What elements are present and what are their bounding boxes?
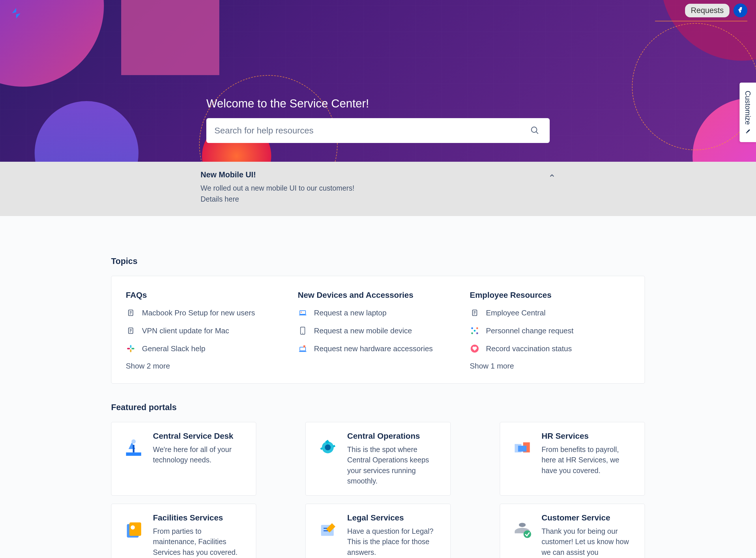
portal-desc: From benefits to payroll, here at HR Ser… xyxy=(542,444,634,476)
topic-item[interactable]: General Slack help xyxy=(126,344,286,354)
portals-grid: Central Service Desk We're here for all … xyxy=(111,422,645,558)
topic-item[interactable]: Record vaccination status xyxy=(470,344,630,354)
portal-desc: Thank you for being our customer! Let us… xyxy=(542,526,634,557)
topic-column-title: New Devices and Accessories xyxy=(298,290,458,300)
svg-rect-10 xyxy=(130,345,132,348)
svg-rect-11 xyxy=(132,348,134,350)
top-bar: Requests xyxy=(685,3,747,17)
document-icon xyxy=(126,326,136,336)
heart-icon xyxy=(470,344,480,354)
topic-item[interactable]: Request a new mobile device xyxy=(298,326,458,336)
user-avatar[interactable] xyxy=(733,3,747,17)
legal-icon xyxy=(316,517,340,541)
chevron-up-icon xyxy=(548,172,556,179)
portal-title: HR Services xyxy=(542,431,634,441)
search-input[interactable] xyxy=(214,126,528,135)
customize-label: Customize xyxy=(744,91,752,125)
svg-point-26 xyxy=(471,327,473,329)
customer-icon xyxy=(510,517,534,541)
topic-item[interactable]: Personnel change request xyxy=(470,326,630,336)
topic-column-faqs: FAQs Macbook Pro Setup for new users VPN… xyxy=(126,290,286,371)
svg-point-0 xyxy=(532,127,537,132)
announcement-details-link[interactable]: Details here xyxy=(200,194,556,205)
customize-tab[interactable]: Customize xyxy=(739,83,756,142)
topic-column-title: Employee Resources xyxy=(470,290,630,300)
facilities-icon xyxy=(122,517,145,541)
portal-title: Central Operations xyxy=(347,431,440,441)
svg-rect-13 xyxy=(127,348,130,350)
topic-label: Employee Central xyxy=(486,308,546,318)
svg-rect-14 xyxy=(300,311,305,314)
pencil-icon xyxy=(745,129,751,134)
svg-rect-20 xyxy=(299,351,306,352)
topic-item[interactable]: Request a new laptop xyxy=(298,308,458,318)
portal-card-hr[interactable]: HR Services From benefits to payroll, he… xyxy=(500,422,645,496)
announcement-text-1: We rolled out a new mobile UI to our cus… xyxy=(200,183,556,194)
portal-desc: We're here for all of your technology ne… xyxy=(153,444,246,465)
svg-rect-19 xyxy=(300,347,305,351)
topic-label: Request a new laptop xyxy=(314,308,387,318)
topic-item[interactable]: Macbook Pro Setup for new users xyxy=(126,308,286,318)
topic-label: Request new hardware accessories xyxy=(314,344,433,353)
portal-title: Facilities Services xyxy=(153,513,246,523)
topic-label: VPN client update for Mac xyxy=(142,326,229,335)
phone-icon xyxy=(298,326,307,336)
portal-card-operations[interactable]: Central Operations This is the spot wher… xyxy=(305,422,451,496)
document-icon xyxy=(126,308,136,318)
svg-point-36 xyxy=(325,445,331,450)
svg-line-1 xyxy=(536,131,538,133)
svg-rect-21 xyxy=(303,346,305,348)
topic-label: Macbook Pro Setup for new users xyxy=(142,308,255,318)
operations-icon xyxy=(316,435,340,459)
topic-label: Request a new mobile device xyxy=(314,326,412,335)
announcement-title: New Mobile UI! xyxy=(200,170,556,179)
svg-rect-12 xyxy=(130,350,132,352)
svg-rect-41 xyxy=(129,523,141,536)
portal-card-service-desk[interactable]: Central Service Desk We're here for all … xyxy=(111,422,256,496)
search-container xyxy=(206,118,550,143)
document-icon xyxy=(470,308,480,318)
topic-label: General Slack help xyxy=(142,344,206,353)
portal-desc: This is the spot where Central Operation… xyxy=(347,444,440,486)
workflow-icon xyxy=(470,326,480,336)
requests-button[interactable]: Requests xyxy=(685,4,729,17)
svg-point-27 xyxy=(477,327,478,329)
portal-title: Customer Service xyxy=(542,513,634,523)
topic-column-title: FAQs xyxy=(126,290,286,300)
topic-label: Personnel change request xyxy=(486,326,574,335)
topic-item[interactable]: VPN client update for Mac xyxy=(126,326,286,336)
search-button[interactable] xyxy=(528,123,542,138)
svg-point-16 xyxy=(301,312,302,313)
portals-heading: Featured portals xyxy=(111,403,645,412)
portal-card-legal[interactable]: Legal Services Have a question for Legal… xyxy=(305,504,451,558)
svg-point-28 xyxy=(474,330,476,332)
app-logo[interactable] xyxy=(10,7,23,20)
hero-title: Welcome to the Service Center! xyxy=(206,97,550,110)
hr-icon xyxy=(510,435,534,459)
svg-point-33 xyxy=(132,439,136,443)
topic-column-employee: Employee Resources Employee Central Pers… xyxy=(470,290,630,371)
topic-column-devices: New Devices and Accessories Request a ne… xyxy=(298,290,458,371)
topic-item[interactable]: Employee Central xyxy=(470,308,630,318)
svg-rect-15 xyxy=(299,314,306,315)
svg-point-46 xyxy=(519,523,525,527)
slack-icon xyxy=(126,344,136,354)
portal-title: Legal Services xyxy=(347,513,440,523)
announcement-collapse[interactable] xyxy=(548,172,556,180)
hero-banner: Requests Welcome to the Service Center! xyxy=(0,0,756,162)
laptop-icon xyxy=(298,308,307,318)
show-more-link[interactable]: Show 1 more xyxy=(470,362,630,371)
topics-card: FAQs Macbook Pro Setup for new users VPN… xyxy=(111,276,645,384)
topic-item[interactable]: Request new hardware accessories xyxy=(298,344,458,354)
svg-point-47 xyxy=(523,530,531,538)
service-desk-icon xyxy=(122,435,145,459)
show-more-link[interactable]: Show 2 more xyxy=(126,362,286,371)
portal-card-facilities[interactable]: Facilities Services From parties to main… xyxy=(111,504,256,558)
hardware-icon xyxy=(298,344,307,354)
svg-point-29 xyxy=(471,332,473,334)
svg-rect-34 xyxy=(133,445,134,452)
topic-label: Record vaccination status xyxy=(486,344,572,353)
portal-card-customer[interactable]: Customer Service Thank you for being our… xyxy=(500,504,645,558)
announcement-banner: New Mobile UI! We rolled out a new mobil… xyxy=(0,162,756,216)
topics-heading: Topics xyxy=(111,256,645,266)
